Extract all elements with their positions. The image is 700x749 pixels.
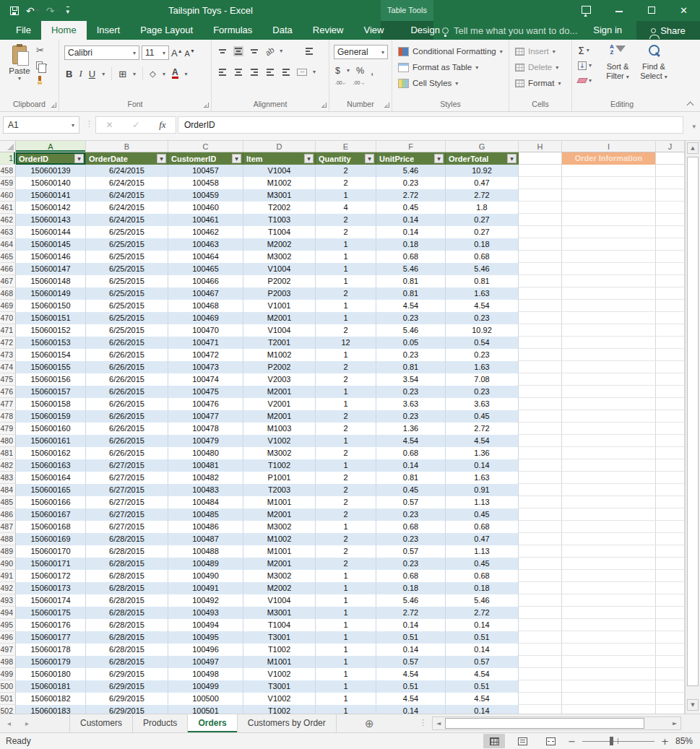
filter-dropdown-button[interactable]: ▼ bbox=[74, 154, 84, 163]
cell[interactable] bbox=[562, 165, 656, 177]
cell[interactable] bbox=[562, 558, 656, 570]
cell[interactable]: 6/25/2015 bbox=[86, 300, 168, 312]
cell[interactable]: 0.68 bbox=[376, 570, 446, 582]
cell[interactable] bbox=[519, 386, 562, 398]
cell[interactable] bbox=[562, 312, 656, 324]
cell[interactable]: 6/27/2015 bbox=[86, 472, 168, 484]
cell[interactable] bbox=[562, 644, 656, 656]
cell[interactable]: 0.14 bbox=[376, 214, 446, 226]
cell[interactable]: 100460 bbox=[168, 202, 243, 214]
cell[interactable]: 6/25/2015 bbox=[86, 226, 168, 238]
zoom-slider[interactable] bbox=[582, 737, 654, 745]
cell[interactable]: 2.72 bbox=[446, 607, 519, 619]
filter-dropdown-button[interactable]: ▼ bbox=[434, 154, 444, 163]
expand-formula-bar-button[interactable]: ▾ bbox=[692, 123, 696, 130]
conditional-formatting-button[interactable]: Conditional Formatting ▾ bbox=[392, 43, 509, 59]
sheet-tab-orders[interactable]: Orders bbox=[188, 714, 237, 732]
cell[interactable]: V2003 bbox=[243, 373, 316, 386]
cell[interactable]: M1002 bbox=[243, 349, 316, 361]
cell[interactable] bbox=[519, 337, 562, 349]
sheet-tab-customers[interactable]: Customers bbox=[69, 714, 133, 732]
cell[interactable] bbox=[656, 386, 685, 398]
zoom-slider-thumb[interactable] bbox=[610, 737, 613, 745]
cell[interactable] bbox=[656, 533, 685, 545]
cell[interactable] bbox=[656, 337, 685, 349]
cell[interactable]: 0.45 bbox=[446, 410, 519, 423]
cell[interactable] bbox=[656, 324, 685, 337]
cell[interactable]: 100468 bbox=[168, 300, 243, 312]
clear-button[interactable]: ▾ bbox=[578, 74, 592, 87]
cell[interactable]: 0.23 bbox=[376, 312, 446, 324]
row-header-474[interactable]: 474 bbox=[0, 361, 16, 373]
cell[interactable]: 150600163 bbox=[16, 459, 86, 472]
cell[interactable]: 6/24/2015 bbox=[86, 189, 168, 202]
cell[interactable]: 150600175 bbox=[16, 607, 86, 619]
row-header-482[interactable]: 482 bbox=[0, 459, 16, 472]
row-header-489[interactable]: 489 bbox=[0, 545, 16, 558]
cell[interactable]: 0.23 bbox=[446, 312, 519, 324]
cell[interactable]: 100458 bbox=[168, 177, 243, 189]
cell[interactable]: 6/27/2015 bbox=[86, 459, 168, 472]
row-header-471[interactable]: 471 bbox=[0, 324, 16, 337]
vertical-scrollbar[interactable]: ▲ ▼ bbox=[685, 141, 700, 714]
cell[interactable]: 4.54 bbox=[376, 300, 446, 312]
column-header-A[interactable]: A bbox=[16, 141, 86, 152]
cell[interactable] bbox=[519, 705, 562, 714]
format-painter-button[interactable] bbox=[36, 74, 47, 86]
row-header-463[interactable]: 463 bbox=[0, 226, 16, 238]
cell[interactable] bbox=[519, 508, 562, 521]
cell[interactable] bbox=[519, 521, 562, 533]
cell[interactable] bbox=[656, 423, 685, 435]
cell[interactable] bbox=[562, 337, 656, 349]
cell[interactable]: 0.47 bbox=[446, 533, 519, 545]
row-header-479[interactable]: 479 bbox=[0, 423, 16, 435]
row-header-475[interactable]: 475 bbox=[0, 373, 16, 386]
cell[interactable]: 0.68 bbox=[446, 521, 519, 533]
cell[interactable]: 2 bbox=[316, 361, 376, 373]
cell[interactable]: 150600151 bbox=[16, 312, 86, 324]
cell[interactable]: 100473 bbox=[168, 361, 243, 373]
cell[interactable]: 1 bbox=[316, 263, 376, 275]
cell[interactable]: 1.63 bbox=[446, 287, 519, 300]
cell[interactable]: 2 bbox=[316, 373, 376, 386]
cell[interactable] bbox=[562, 214, 656, 226]
format-cells-button[interactable]: Format ▾ bbox=[509, 75, 571, 91]
cell[interactable]: 1 bbox=[316, 693, 376, 705]
cell[interactable]: M1003 bbox=[243, 423, 316, 435]
cell[interactable]: 100462 bbox=[168, 226, 243, 238]
cell[interactable] bbox=[562, 398, 656, 410]
cell[interactable]: 100501 bbox=[168, 705, 243, 714]
cell[interactable] bbox=[519, 165, 562, 177]
fill-color-dropdown-icon[interactable]: ▾ bbox=[163, 71, 165, 77]
cell[interactable] bbox=[656, 705, 685, 714]
cell[interactable]: 1 bbox=[316, 570, 376, 582]
cell[interactable]: V2001 bbox=[243, 398, 316, 410]
table-header-ordertotal[interactable]: OrderTotal▼ bbox=[446, 152, 519, 165]
column-header-F[interactable]: F bbox=[376, 141, 446, 152]
row-header-459[interactable]: 459 bbox=[0, 177, 16, 189]
cell[interactable]: 0.81 bbox=[376, 287, 446, 300]
scroll-up-button[interactable]: ▲ bbox=[687, 142, 699, 154]
horizontal-scrollbar-thumb[interactable] bbox=[445, 718, 644, 729]
cell[interactable]: 2 bbox=[316, 533, 376, 545]
cell[interactable] bbox=[656, 189, 685, 202]
cell[interactable] bbox=[656, 263, 685, 275]
cell[interactable]: 100499 bbox=[168, 680, 243, 693]
row-header-490[interactable]: 490 bbox=[0, 558, 16, 570]
cell[interactable] bbox=[656, 594, 685, 607]
scroll-right-button[interactable]: ► bbox=[670, 718, 680, 729]
font-family-select[interactable]: Calibri▾ bbox=[64, 46, 139, 60]
cell[interactable] bbox=[562, 189, 656, 202]
cell[interactable]: 0.57 bbox=[376, 656, 446, 668]
cell[interactable]: 150600177 bbox=[16, 631, 86, 644]
orientation-button[interactable]: ab bbox=[264, 45, 276, 57]
cell[interactable]: 1 bbox=[316, 607, 376, 619]
cell[interactable]: 6/29/2015 bbox=[86, 705, 168, 714]
filter-dropdown-button[interactable]: ▼ bbox=[157, 154, 166, 163]
horizontal-scrollbar[interactable]: ◄ ► bbox=[432, 716, 681, 730]
cell[interactable] bbox=[519, 644, 562, 656]
cell[interactable]: 2 bbox=[316, 472, 376, 484]
cell[interactable]: 1.13 bbox=[446, 496, 519, 508]
cell[interactable] bbox=[656, 312, 685, 324]
cell[interactable] bbox=[562, 177, 656, 189]
